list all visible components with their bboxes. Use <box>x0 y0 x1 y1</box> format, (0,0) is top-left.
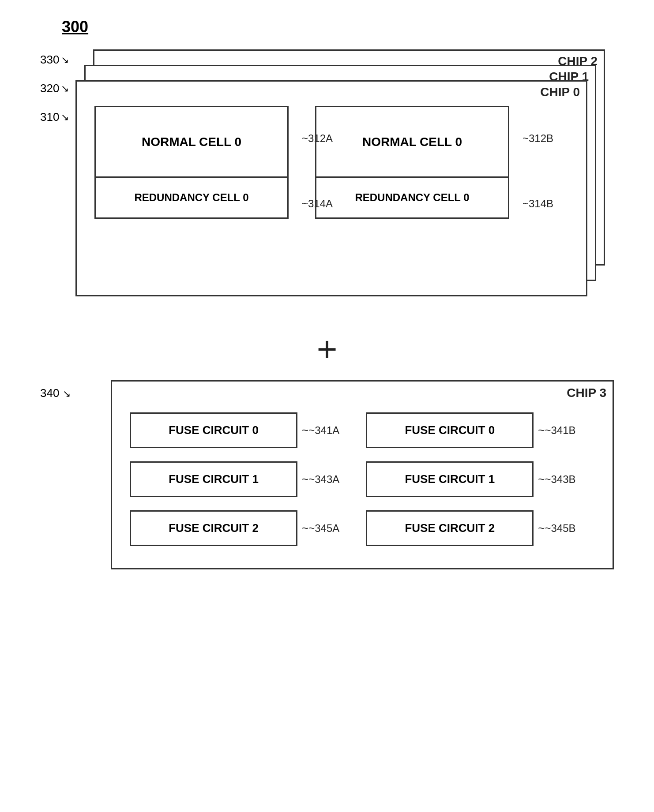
fuse-circuit-0a-box: FUSE CIRCUIT 0 <box>130 412 297 448</box>
fuse-circuit-2b-box: FUSE CIRCUIT 2 <box>366 510 534 546</box>
fuse-row-1: FUSE CIRCUIT 1 ~~343A FUSE CIRCUIT 1 <box>130 461 595 497</box>
chip0-ref-label: 310 <box>40 110 59 124</box>
cell-ref-312b: ~312B <box>522 132 553 145</box>
fuse-circuit-0a-item: FUSE CIRCUIT 0 ~~341A <box>130 412 339 448</box>
chip-stack: CHIP 2 CHIP 1 CHIP 0 NORMAL CELL 0 <box>75 49 605 296</box>
fuse-ref-345a: ~~345A <box>302 521 339 535</box>
figure-number: 300 <box>62 18 88 36</box>
fuse-circuit-0b-item: FUSE CIRCUIT 0 ~~341B <box>366 412 575 448</box>
fuse-ref-341b: ~~341B <box>538 423 575 437</box>
bottom-section: 340 ↘ CHIP 3 FUSE CIRCUIT 0 ~~341A <box>40 380 614 569</box>
stack-refs: 330 ↘ 320 ↘ 310 ↘ <box>40 53 69 124</box>
chip3-box: CHIP 3 FUSE CIRCUIT 0 ~~341A <box>111 380 614 569</box>
top-section: CHIP 2 CHIP 1 CHIP 0 NORMAL CELL 0 <box>40 49 614 296</box>
fuse-circuit-1a-box: FUSE CIRCUIT 1 <box>130 461 297 497</box>
cell-group-a: NORMAL CELL 0 REDUNDANCY CELL 0 <box>94 106 289 219</box>
fuse-circuit-2b-item: FUSE CIRCUIT 2 ~~345B <box>366 510 575 546</box>
fuse-ref-341a: ~~341A <box>302 423 339 437</box>
fuse-ref-343a: ~~343A <box>302 472 339 486</box>
fuse-row-2: FUSE CIRCUIT 2 ~~345A FUSE CIRCUIT 2 <box>130 510 595 546</box>
chip1-ref-label: 320 <box>40 82 59 95</box>
plus-symbol: + <box>317 332 338 367</box>
normal-cell-b: NORMAL CELL 0 <box>316 107 508 178</box>
cells-container: NORMAL CELL 0 REDUNDANCY CELL 0 ~312A ~3… <box>94 106 509 219</box>
fuse-circuit-0b-box: FUSE CIRCUIT 0 <box>366 412 534 448</box>
fuse-circuit-2a-item: FUSE CIRCUIT 2 ~~345A <box>130 510 339 546</box>
chip0-box: CHIP 0 NORMAL CELL 0 REDUNDANCY CELL 0 <box>75 80 587 296</box>
fuse-circuit-1b-box: FUSE CIRCUIT 1 <box>366 461 534 497</box>
redundancy-cell-b: REDUNDANCY CELL 0 <box>316 178 508 217</box>
chip3-label: CHIP 3 <box>567 386 606 400</box>
cell-group-b: NORMAL CELL 0 REDUNDANCY CELL 0 <box>315 106 509 219</box>
fuse-row-0: FUSE CIRCUIT 0 ~~341A FUSE CIRCUIT 0 <box>130 412 595 448</box>
fuse-ref-345b: ~~345B <box>538 521 575 535</box>
chip3-ref-label: 340 ↘ <box>40 386 71 400</box>
fuse-rows: FUSE CIRCUIT 0 ~~341A FUSE CIRCUIT 0 <box>130 412 595 546</box>
fuse-ref-343b: ~~343B <box>538 472 575 486</box>
fuse-circuit-1b-item: FUSE CIRCUIT 1 ~~343B <box>366 461 575 497</box>
fuse-circuit-2a-box: FUSE CIRCUIT 2 <box>130 510 297 546</box>
cell-ref-314b: ~314B <box>522 198 553 210</box>
redundancy-cell-a: REDUNDANCY CELL 0 <box>96 178 287 217</box>
normal-cell-a: NORMAL CELL 0 <box>96 107 287 178</box>
fuse-circuit-1a-item: FUSE CIRCUIT 1 ~~343A <box>130 461 339 497</box>
diagram-root: 300 CHIP 2 CHIP 1 CHIP 0 <box>26 18 628 569</box>
chip0-label: CHIP 0 <box>540 85 580 99</box>
chip2-ref-label: 330 <box>40 53 59 67</box>
